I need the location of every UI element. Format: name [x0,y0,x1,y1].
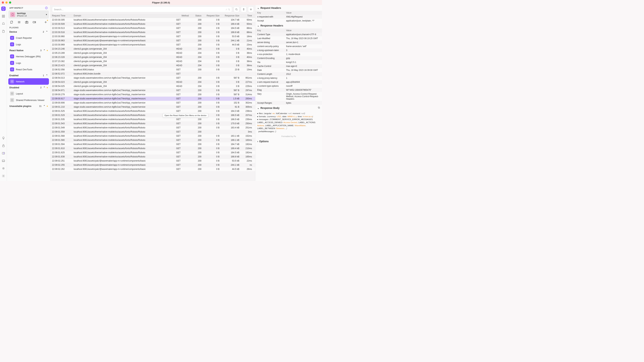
sidebar-item-label: Logs [16,62,21,64]
table-row[interactable]: 22:09:01.535localhost:8081/assets/theme/… [50,117,255,122]
maximize-window-button[interactable] [9,1,11,3]
response-headers-section[interactable]: ⌄Response Headers [256,23,322,28]
group-enabled[interactable]: Enabled 1 ⌃ [8,73,49,78]
svg-rect-5 [2,146,4,147]
minimize-window-button[interactable] [6,1,8,3]
refresh-icon[interactable] [10,20,13,24]
table-row[interactable]: 22:04:23.246clients3.google.com/generate… [50,47,255,51]
svg-point-25 [11,62,13,64]
table-row[interactable]: 22:09:02.255localhost:8081/assets/yalc/@… [50,163,255,167]
table-row[interactable]: 22:08:54.971stage-studio.wavemakeronline… [50,88,255,92]
response-body-viewer[interactable]: ▸ files: {angular: en, fullCalendar: nul… [256,111,322,134]
expand-icon[interactable]: ⤢ ⇅ [226,8,230,11]
panel-bottom-icon[interactable] [1,159,6,163]
sidebar-item[interactable]: Network [8,78,49,85]
copy-icon[interactable] [318,106,320,109]
col-method[interactable]: Method [176,14,190,17]
request-headers-section[interactable]: ⌄Request Headers [256,5,322,11]
table-row[interactable]: 22:03:30.305localhost:8081/assets/theme/… [50,18,255,22]
table-row[interactable]: 22:09:01.543localhost:8081/assets/theme/… [50,122,255,126]
plugin-icon [10,36,14,40]
group-react-native[interactable]: React Native 3 ⌃ [8,48,49,53]
group-disabled[interactable]: Disabled 2 ⌃ [8,85,49,90]
plugins-grid-tab[interactable] [1,14,6,18]
svg-rect-0 [3,7,4,10]
table-row[interactable]: 22:03:30.509localhost:8081/assets/theme/… [50,22,255,26]
table-row[interactable]: 22:09:01.594localhost:8081/assets/theme/… [50,142,255,146]
group-device[interactable]: Device 2 ⌃ [8,29,49,35]
info-icon[interactable] [45,6,48,9]
table-row[interactable]: 22:08:52.072localhost:8081/index.bundleG… [50,72,255,76]
sidebar-item[interactable]: Layout [8,90,49,97]
table-row[interactable]: 22:07:23.382clients3.google.com/generate… [50,59,255,63]
table-row[interactable]: 22:09:00.617stage-studio.wavemakeronline… [50,97,255,101]
table-row[interactable]: 22:03:30.516localhost:8081/assets/theme/… [50,30,255,34]
video-icon[interactable] [32,20,36,24]
notifications-tab[interactable] [1,22,6,26]
table-row[interactable]: 22:09:01.525localhost:8081/assets/theme/… [50,109,255,113]
network-table-body[interactable]: 22:03:30.305localhost:8081/assets/theme/… [50,18,255,181]
sidebar-item[interactable]: Logs [8,60,49,66]
table-row[interactable]: 22:09:00.906stage-studio.wavemakeronline… [50,101,255,105]
app-inspect-tab[interactable] [1,6,6,11]
search-input[interactable]: Search...⤢ ⇅ [52,6,232,12]
camera-icon[interactable] [25,20,28,24]
table-row[interactable]: 22:09:01.625localhost:8081/assets/theme/… [50,151,255,155]
file-tab[interactable] [1,29,6,33]
plugin-icon [10,79,14,83]
col-request-size[interactable]: Request Size [203,14,221,17]
table-row[interactable]: 22:09:02.262localhost:8081/assets/yalc/@… [50,167,255,171]
table-row[interactable]: 22:09:01.638localhost:8081/assets/theme/… [50,155,255,159]
table-row[interactable]: 22:09:01.210stage-studio.wavemakeronline… [50,105,255,109]
table-row[interactable]: 22:03:30.963localhost:8081/assets/yalc/@… [50,39,255,43]
menu-icon[interactable] [17,20,21,24]
col-status[interactable]: Status [190,14,203,17]
group-unavailable[interactable]: Unavailable plugins 11 ⌃ [8,103,49,109]
table-row[interactable]: 22:09:01.610localhost:8081/assets/theme/… [50,146,255,151]
table-row[interactable]: 22:09:01.559localhost:8081/assets/theme/… [50,130,255,134]
search-button[interactable] [234,6,239,12]
sidebar-item[interactable]: Shared Preferences Viewer [8,97,49,103]
table-header: Request Time Domain Method Status Reques… [50,14,255,18]
table-row[interactable]: 22:09:01.529localhost:8081/assets/theme/… [50,113,255,117]
table-row[interactable]: 22:05:23.289clients3.google.com/generate… [50,51,255,55]
table-row[interactable]: 22:09:01.549localhost:8081/assets/theme/… [50,126,255,130]
table-row[interactable]: 22:03:30.969localhost:8081/assets/yalc/@… [50,43,255,47]
bug-icon[interactable] [1,166,6,171]
table-row[interactable]: 22:03:30.960localhost:8081/assets/yalc/@… [50,34,255,39]
options-section[interactable]: ›Options [256,139,322,144]
table-row[interactable]: 22:08:54.023clients3.google.com/generate… [50,80,255,84]
sidebar-item[interactable]: Logs [8,41,49,48]
close-window-button[interactable] [2,1,4,3]
settings-icon[interactable] [1,174,6,178]
table-row[interactable]: 22:06:23.328clients3.google.com/generate… [50,55,255,59]
table-row[interactable]: 22:09:02.251localhost:8081/assets/yalc/@… [50,159,255,163]
table-row[interactable]: 22:08:23.423clients3.google.com/generate… [50,63,255,68]
sidebar-item[interactable]: React DevTools [8,66,49,73]
table-row[interactable]: 22:09:00.279stage-studio.wavemakeronline… [50,92,255,97]
sidebar-item[interactable]: Hermes Debugger (RN) [8,53,49,60]
table-row[interactable]: 22:03:30.513localhost:8081/assets/theme/… [50,26,255,30]
table-row[interactable]: 22:08:54.025clients3.google.com/generate… [50,84,255,88]
col-request-time[interactable]: Request Time [52,14,74,17]
table-row[interactable]: 22:08:52.056localhost:8081/statusGET2000… [50,68,255,72]
table-row[interactable]: 22:09:01.580localhost:8081/assets/theme/… [50,138,255,142]
panel-right-icon[interactable] [1,151,6,155]
response-body-section[interactable]: ⌄Response Body [256,105,322,111]
lock-icon[interactable] [1,144,6,148]
sidebar-item-label: Crash Reporter [16,37,32,39]
col-response-size[interactable]: Response Size [221,14,241,17]
col-time[interactable]: Time [241,14,254,17]
col-domain[interactable]: Domain [74,14,176,17]
device-selector[interactable]: testApp iPhone 14 ▾ [8,10,49,18]
sidebar-item-label: React DevTools [16,68,32,71]
sparkle-icon[interactable] [44,20,48,24]
more-menu-button[interactable] [248,6,254,12]
bulb-icon[interactable] [1,136,6,140]
sidebar-item[interactable]: Crash Reporter [8,35,49,41]
table-row[interactable]: 22:09:01.568localhost:8081/assets/theme/… [50,134,255,138]
chevron-up-icon: ⌃ [43,49,45,52]
delete-button[interactable] [241,6,246,12]
table-row[interactable]: 22:08:54.013stage-studio.wavemakeronline… [50,76,255,80]
plugin-icon [10,61,14,65]
